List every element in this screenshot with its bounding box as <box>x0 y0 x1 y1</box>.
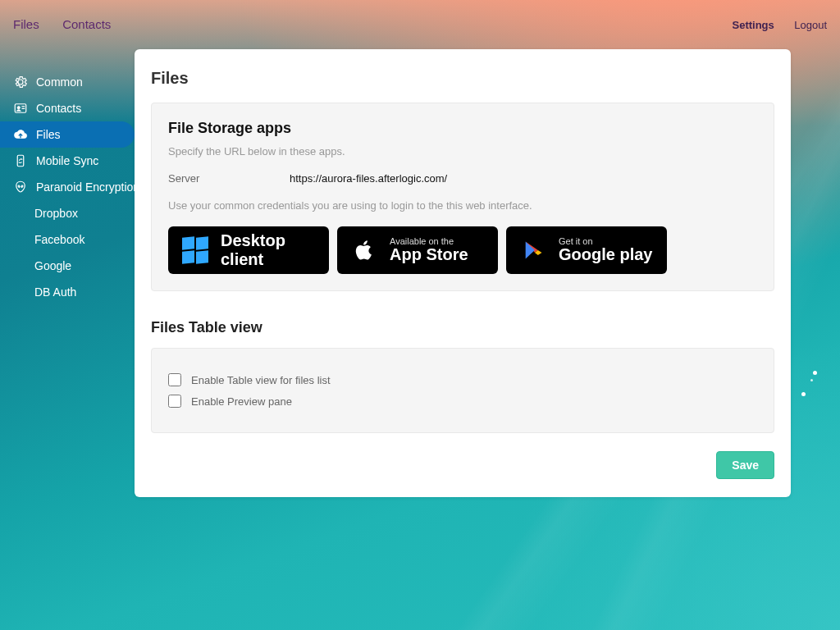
cloud-upload-icon <box>13 127 28 142</box>
sidebar-sub-google[interactable]: Google <box>0 253 135 279</box>
sidebar-item-label: Common <box>36 75 83 89</box>
table-view-card: Enable Table view for files list Enable … <box>151 348 774 433</box>
settings-panel: Files File Storage apps Specify the URL … <box>135 49 791 497</box>
opt-label: Enable Preview pane <box>191 395 292 408</box>
server-row: Server https://aurora-files.afterlogic.c… <box>168 172 757 185</box>
card-hint: Use your common credentials you are usin… <box>168 199 757 212</box>
sidebar-item-label: Files <box>36 128 61 141</box>
top-bar: Files Contacts Settings Logout <box>0 0 840 49</box>
badge-play[interactable]: Get it on Google play <box>506 226 667 274</box>
checkbox-preview-pane[interactable] <box>168 395 181 408</box>
opt-label: Enable Table view for files list <box>191 374 331 386</box>
server-value: https://aurora-files.afterlogic.com/ <box>290 172 447 185</box>
badge-appstore[interactable]: Available on the App Store <box>337 226 498 274</box>
svg-point-1 <box>17 107 20 109</box>
mobile-sync-icon <box>13 153 28 168</box>
opt-preview-pane[interactable]: Enable Preview pane <box>168 395 757 408</box>
nav-files[interactable]: Files <box>13 17 39 31</box>
sidebar-item-label: Contacts <box>36 102 81 115</box>
alien-icon <box>13 180 28 194</box>
page-title: Files <box>151 69 774 88</box>
sidebar-sub-facebook[interactable]: Facebook <box>0 226 135 253</box>
sidebar-item-mobile-sync[interactable]: Mobile Sync <box>0 148 135 174</box>
play-icon <box>519 236 547 264</box>
sidebar-item-label: Paranoid Encryption <box>36 180 135 194</box>
nav-left: Files Contacts <box>13 17 130 32</box>
opt-table-view[interactable]: Enable Table view for files list <box>168 373 757 386</box>
nav-contacts[interactable]: Contacts <box>62 17 111 31</box>
sidebar-item-paranoid[interactable]: Paranoid Encryption <box>0 174 135 200</box>
badge-desktop[interactable]: Desktop client <box>168 226 329 274</box>
sidebar: Common Contacts Files Mobile Sync Parano… <box>0 49 135 497</box>
sidebar-item-label: DB Auth <box>34 285 76 299</box>
badge-big: App Store <box>390 246 468 263</box>
sidebar-item-common[interactable]: Common <box>0 69 135 95</box>
section-title-table-view: Files Table view <box>151 319 774 336</box>
server-label: Server <box>168 172 290 185</box>
nav-logout[interactable]: Logout <box>794 19 827 31</box>
badge-big: Google play <box>559 246 652 263</box>
sidebar-item-label: Mobile Sync <box>36 154 98 167</box>
checkbox-table-view[interactable] <box>168 373 181 386</box>
sidebar-item-files[interactable]: Files <box>0 121 135 148</box>
svg-point-6 <box>21 185 23 188</box>
sidebar-sub-dbauth[interactable]: DB Auth <box>0 279 135 305</box>
file-storage-card: File Storage apps Specify the URL below … <box>151 103 774 291</box>
badge-line2: client <box>221 250 285 269</box>
sidebar-item-contacts[interactable]: Contacts <box>0 95 135 121</box>
panel-footer: Save <box>151 451 774 479</box>
svg-rect-4 <box>17 155 24 167</box>
card-title: File Storage apps <box>168 120 757 137</box>
sidebar-sub-dropbox[interactable]: Dropbox <box>0 200 135 226</box>
nav-right: Settings Logout <box>715 17 827 32</box>
windows-icon <box>181 236 209 264</box>
badge-line1: Desktop <box>221 231 285 250</box>
apple-icon <box>350 236 378 264</box>
gear-icon <box>13 75 28 89</box>
sidebar-item-label: Google <box>34 259 71 272</box>
app-badges: Desktop client Available on the App Stor… <box>168 226 757 274</box>
sidebar-item-label: Facebook <box>34 233 84 246</box>
card-desc: Specify the URL below in these apps. <box>168 145 757 158</box>
svg-point-5 <box>18 185 21 188</box>
save-button[interactable]: Save <box>716 451 774 479</box>
nav-settings[interactable]: Settings <box>732 19 774 31</box>
sidebar-item-label: Dropbox <box>34 207 78 220</box>
idcard-icon <box>13 101 28 116</box>
